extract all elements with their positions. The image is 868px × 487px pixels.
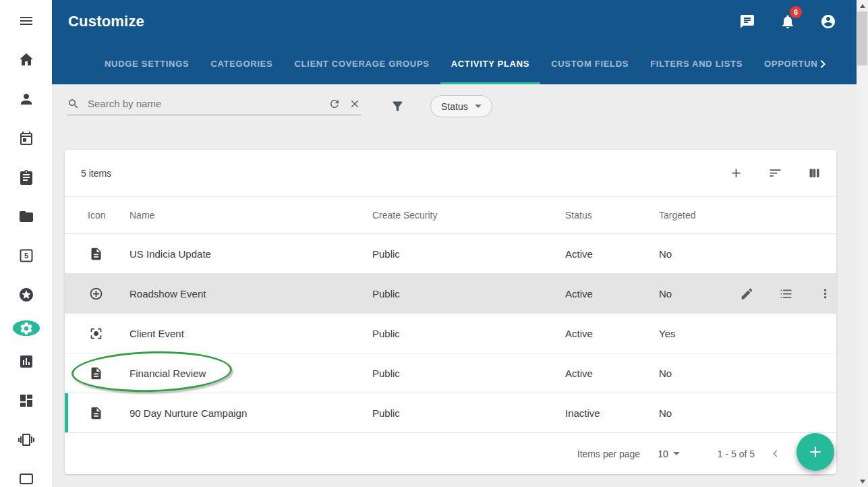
table-row[interactable]: Client Event Public Active Yes [65, 314, 836, 353]
items-per-page-label: Items per page [577, 449, 640, 459]
chat-button[interactable] [739, 13, 755, 30]
sidebar-item-home[interactable] [18, 52, 34, 68]
row-status: Active [565, 328, 659, 339]
header-actions: 6 [739, 13, 836, 30]
page-size-select[interactable]: 10 [658, 449, 680, 459]
sidebar-item-contacts[interactable] [18, 91, 34, 107]
tab-filters-and-lists[interactable]: FILTERS AND LISTS [639, 43, 753, 84]
column-header-targeted[interactable]: Targeted [659, 210, 740, 221]
notifications-button[interactable]: 6 [780, 13, 796, 30]
hamburger-menu-icon [18, 13, 34, 29]
column-header-status[interactable]: Status [565, 210, 659, 221]
column-header-create-security[interactable]: Create Security [372, 210, 565, 221]
row-targeted: Yes [659, 328, 740, 339]
edit-button[interactable] [740, 287, 754, 301]
sidebar-item-tasks[interactable] [18, 169, 34, 185]
status-filter-chip[interactable]: Status [430, 95, 492, 117]
five-icon [18, 248, 34, 264]
vertical-scrollbar[interactable] [857, 0, 868, 487]
row-status: Active [565, 288, 659, 299]
tabs-scroll-right-button[interactable] [815, 56, 831, 72]
search-input[interactable] [88, 98, 320, 109]
row-type-icon-cell [65, 326, 129, 341]
sidebar-item-favorites[interactable] [18, 287, 34, 303]
main-content: Status 5 items Icon Name Create Security… [52, 84, 857, 487]
refresh-button[interactable] [328, 98, 341, 110]
activity-plans-card: 5 items Icon Name Create Security Status… [65, 150, 836, 474]
toolbar-icons [729, 166, 821, 180]
add-circle-icon [89, 287, 103, 301]
person-icon [18, 91, 34, 107]
tab-nudge-settings[interactable]: NUDGE SETTINGS [94, 43, 200, 84]
tab-activity-plans[interactable]: ACTIVITY PLANS [440, 43, 540, 84]
scroll-down-button[interactable] [857, 476, 868, 487]
scroll-up-button[interactable] [857, 0, 868, 11]
row-create-security: Public [372, 407, 565, 419]
document-icon [89, 366, 103, 380]
row-create-security: Public [372, 368, 565, 379]
row-targeted: No [659, 407, 740, 419]
bar-chart-icon [18, 353, 34, 370]
column-header-icon[interactable]: Icon [65, 210, 129, 221]
table-row[interactable]: US Indicia Update Public Active No [65, 234, 836, 274]
card-toolbar: 5 items [65, 150, 836, 197]
vibration-icon [18, 432, 34, 448]
sidebar-item-mobile[interactable] [18, 432, 34, 448]
row-name: Roadshow Event [129, 288, 372, 299]
folder-icon [18, 208, 34, 225]
chat-icon [739, 13, 755, 30]
sidebar-item-dashboard[interactable] [18, 393, 34, 409]
table-row[interactable]: 90 Day Nurture Campaign Public Inactive … [65, 393, 836, 433]
sidebar-item-settings[interactable] [13, 320, 40, 336]
tab-client-coverage-groups[interactable]: CLIENT COVERAGE GROUPS [283, 43, 440, 84]
plus-icon [807, 443, 824, 461]
row-targeted: No [659, 248, 740, 260]
menu-button[interactable] [18, 13, 34, 29]
row-create-security: Public [372, 328, 565, 339]
tab-categories[interactable]: CATEGORIES [200, 43, 283, 84]
row-targeted: No [659, 368, 740, 379]
pencil-icon [740, 287, 754, 301]
column-header-name[interactable]: Name [129, 210, 372, 221]
clear-search-button[interactable] [349, 98, 361, 110]
previous-page-button[interactable] [768, 447, 782, 461]
notification-badge: 6 [790, 6, 802, 18]
sort-button[interactable] [768, 166, 782, 180]
sort-icon [768, 166, 782, 180]
sidebar-item-calendar[interactable] [18, 130, 34, 146]
triangle-up-icon [860, 4, 865, 8]
sidebar-item-five[interactable] [18, 248, 34, 264]
table-row[interactable]: Roadshow Event Public Active No [65, 274, 836, 314]
row-type-icon-cell [65, 366, 129, 380]
tab-custom-fields[interactable]: CUSTOM FIELDS [540, 43, 639, 84]
search-icon [67, 98, 80, 110]
columns-button[interactable] [807, 166, 821, 180]
sidebar-item-window[interactable] [18, 471, 34, 487]
left-sidebar [0, 0, 52, 487]
columns-icon [807, 166, 821, 180]
more-button[interactable] [818, 287, 832, 301]
add-button[interactable] [729, 166, 743, 180]
more-vert-icon [818, 287, 832, 301]
calendar-icon [18, 130, 34, 146]
items-count: 5 items [81, 168, 111, 179]
app-header: Customize 6 NUDGE SETTINGS CATEGORIES CL… [52, 0, 857, 84]
row-name: 90 Day Nurture Campaign [129, 407, 372, 419]
avatar-icon [820, 13, 836, 30]
profile-button[interactable] [820, 13, 836, 30]
table-row[interactable]: Financial Review Public Active No [65, 353, 836, 393]
sidebar-item-files[interactable] [18, 208, 34, 225]
tasks-icon [18, 169, 34, 185]
scrollbar-thumb[interactable] [857, 11, 867, 65]
list-button[interactable] [779, 287, 793, 301]
row-status: Active [565, 248, 659, 260]
create-activity-plan-fab[interactable] [797, 433, 834, 471]
chevron-down-icon [673, 452, 680, 455]
document-icon [89, 406, 103, 420]
pagination-range: 1 - 5 of 5 [718, 449, 755, 459]
filter-button[interactable] [390, 99, 405, 113]
sidebar-item-reports[interactable] [18, 353, 34, 370]
page-title: Customize [68, 13, 144, 30]
table-header-row: Icon Name Create Security Status Targete… [65, 197, 836, 234]
chevron-right-icon [815, 56, 831, 72]
